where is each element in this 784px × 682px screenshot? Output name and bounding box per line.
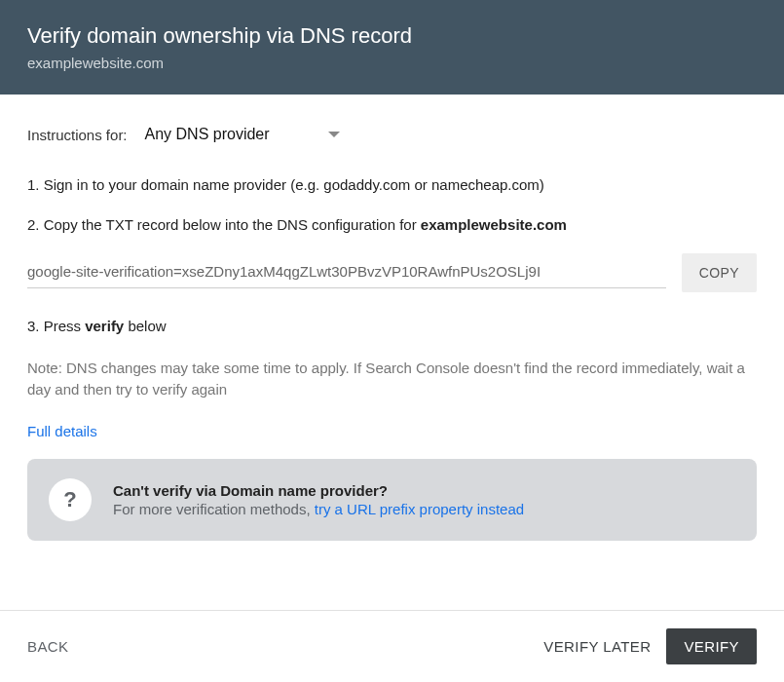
- full-details-link[interactable]: Full details: [27, 423, 97, 439]
- provider-row: Instructions for: Any DNS provider: [27, 122, 757, 147]
- dialog-header: Verify domain ownership via DNS record e…: [0, 0, 784, 95]
- provider-selected: Any DNS provider: [145, 126, 270, 143]
- chevron-down-icon: [328, 132, 340, 137]
- txt-record-input[interactable]: [27, 257, 666, 288]
- dialog-content: Instructions for: Any DNS provider 1. Si…: [0, 95, 784, 568]
- url-prefix-link[interactable]: try a URL prefix property instead: [315, 501, 524, 517]
- note-text: Note: DNS changes may take some time to …: [27, 358, 757, 401]
- alternative-card: ? Can't verify via Domain name provider?…: [27, 459, 757, 541]
- copy-button[interactable]: COPY: [682, 253, 757, 292]
- footer-actions: VERIFY LATER VERIFY: [543, 628, 757, 664]
- dialog-title: Verify domain ownership via DNS record: [27, 23, 757, 49]
- alternative-title: Can't verify via Domain name provider?: [113, 482, 524, 499]
- txt-record-row: COPY: [27, 253, 757, 292]
- dialog-domain: examplewebsite.com: [27, 55, 757, 71]
- provider-dropdown[interactable]: Any DNS provider: [145, 122, 340, 147]
- instruction-step-3: 3. Press verify below: [27, 316, 757, 338]
- help-icon: ?: [49, 478, 92, 521]
- dialog-footer: BACK VERIFY LATER VERIFY: [0, 610, 784, 682]
- verify-later-button[interactable]: VERIFY LATER: [543, 638, 651, 655]
- provider-label: Instructions for:: [27, 127, 128, 143]
- instruction-step-1: 1. Sign in to your domain name provider …: [27, 174, 757, 197]
- alternative-text: Can't verify via Domain name provider? F…: [113, 482, 524, 517]
- alternative-subtitle: For more verification methods, try a URL…: [113, 501, 524, 517]
- verify-button[interactable]: VERIFY: [666, 628, 757, 664]
- back-button[interactable]: BACK: [27, 638, 68, 655]
- instruction-step-2: 2. Copy the TXT record below into the DN…: [27, 214, 757, 237]
